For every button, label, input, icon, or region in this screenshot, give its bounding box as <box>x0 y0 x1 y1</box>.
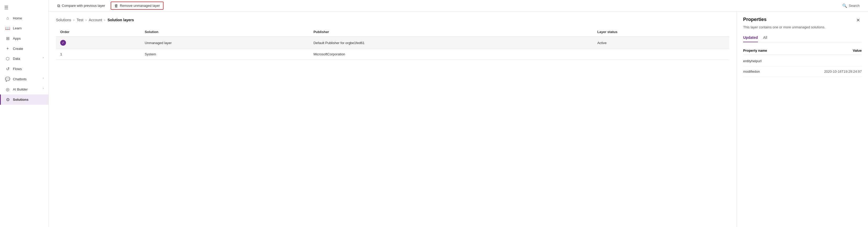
properties-tabs: UpdatedAll <box>743 33 862 42</box>
prop-value-header: Value <box>853 48 862 52</box>
properties-table-header: Property name Value <box>743 46 862 55</box>
data-chevron-icon: ˅ <box>42 57 44 60</box>
prop-name-header: Property name <box>743 48 767 52</box>
menu-icon[interactable]: ☰ <box>0 2 49 13</box>
properties-tab-all[interactable]: All <box>763 33 767 42</box>
row-1-layer-status <box>593 49 729 60</box>
breadcrumb-separator: › <box>73 18 75 22</box>
breadcrumb-current: Solution layers <box>107 18 134 22</box>
properties-rows: entityhelpurlmodifiedon2020-10-16T19:29:… <box>743 56 862 77</box>
toolbar: ⧉ Compare with previous layer 🗑 Remove u… <box>49 0 868 11</box>
learn-icon: 📖 <box>5 26 10 31</box>
sidebar-item-data[interactable]: ⬡Data˅ <box>0 53 49 64</box>
sidebar-item-label-create: Create <box>13 47 44 51</box>
sidebar-item-ai-builder[interactable]: ◎AI Builder˅ <box>0 84 49 94</box>
sidebar-item-label-chatbots: Chatbots <box>13 77 40 81</box>
col-header-solution: Solution <box>141 27 309 37</box>
breadcrumb-item-solutions[interactable]: Solutions <box>56 18 71 22</box>
table-row[interactable]: 1SystemMicrosoftCorporation <box>56 49 729 60</box>
compare-icon: ⧉ <box>57 3 60 8</box>
sidebar-item-label-learn: Learn <box>13 26 44 30</box>
sidebar-item-chatbots[interactable]: 💬Chatbots˅ <box>0 74 49 84</box>
close-properties-button[interactable]: ✕ <box>855 17 862 24</box>
flows-icon: ↺ <box>5 66 10 71</box>
property-name-0: entityhelpurl <box>743 59 762 63</box>
search-label: Search <box>849 4 860 8</box>
chatbots-icon: 💬 <box>5 77 10 82</box>
sidebar-item-label-home: Home <box>13 16 44 20</box>
row-0-layer-status: Active <box>593 37 729 49</box>
row-1-order: 1 <box>56 49 141 60</box>
ai-builder-chevron-icon: ˅ <box>42 88 44 91</box>
col-header-layer-status: Layer status <box>593 27 729 37</box>
search-bar[interactable]: 🔍 Search <box>839 2 863 9</box>
page-content: Solutions›Test›Account›Solution layers O… <box>49 11 737 227</box>
row-1-publisher: MicrosoftCorporation <box>309 49 593 60</box>
sidebar-item-home[interactable]: ⌂Home <box>0 13 49 23</box>
breadcrumb-item-test[interactable]: Test <box>76 18 83 22</box>
property-value-1: 2020-10-16T19:29:24:97 <box>824 70 862 73</box>
remove-unmanaged-button[interactable]: 🗑 Remove unmanaged layer <box>111 2 163 10</box>
sidebar: ☰ ⌂Home📖Learn⊞Apps+Create⬡Data˅↺Flows💬Ch… <box>0 0 49 227</box>
col-header-order: Order <box>56 27 141 37</box>
properties-tab-updated[interactable]: Updated <box>743 33 758 42</box>
breadcrumb-separator: › <box>104 18 105 22</box>
breadcrumb-item-account[interactable]: Account <box>89 18 102 22</box>
create-icon: + <box>5 46 10 51</box>
sidebar-item-label-flows: Flows <box>13 67 44 71</box>
col-header-publisher: Publisher <box>309 27 593 37</box>
breadcrumb: Solutions›Test›Account›Solution layers <box>56 18 729 22</box>
sidebar-item-learn[interactable]: 📖Learn <box>0 23 49 33</box>
ai-builder-icon: ◎ <box>5 87 10 92</box>
sidebar-item-solutions[interactable]: ⊙Solutions <box>0 94 49 105</box>
row-0-order: ✓ <box>56 37 141 49</box>
properties-subtitle: This layer contains one or more unmanage… <box>743 25 862 29</box>
sidebar-item-flows[interactable]: ↺Flows <box>0 64 49 74</box>
table-row[interactable]: ✓Unmanaged layerDefault Publisher for or… <box>56 37 729 49</box>
sidebar-item-create[interactable]: +Create <box>0 44 49 53</box>
row-1-solution: System <box>141 49 309 60</box>
sidebar-item-label-apps: Apps <box>13 36 44 40</box>
row-0-solution: Unmanaged layer <box>141 37 309 49</box>
remove-button-label: Remove unmanaged layer <box>120 4 160 8</box>
solutions-icon: ⊙ <box>5 97 10 102</box>
property-name-1: modifiedon <box>743 70 760 73</box>
selected-check-circle: ✓ <box>60 40 66 46</box>
chatbots-chevron-icon: ˅ <box>42 77 44 81</box>
row-0-publisher: Default Publisher for orgbe1fed61 <box>309 37 593 49</box>
data-icon: ⬡ <box>5 56 10 61</box>
compare-button-label: Compare with previous layer <box>62 4 105 8</box>
remove-icon: 🗑 <box>114 3 118 8</box>
main-area: ⧉ Compare with previous layer 🗑 Remove u… <box>49 0 868 227</box>
properties-header: Properties ✕ <box>743 17 862 24</box>
home-icon: ⌂ <box>5 16 10 21</box>
property-row-1: modifiedon2020-10-16T19:29:24:97 <box>743 66 862 77</box>
breadcrumb-separator: › <box>86 18 87 22</box>
content-area: Solutions›Test›Account›Solution layers O… <box>49 11 868 227</box>
sidebar-item-label-data: Data <box>13 57 40 61</box>
property-row-0: entityhelpurl <box>743 56 862 66</box>
sidebar-item-label-ai-builder: AI Builder <box>13 87 40 91</box>
properties-title: Properties <box>743 17 767 22</box>
apps-icon: ⊞ <box>5 36 10 41</box>
sidebar-item-label-solutions: Solutions <box>13 98 44 102</box>
compare-button[interactable]: ⧉ Compare with previous layer <box>54 2 108 10</box>
properties-panel: Properties ✕ This layer contains one or … <box>737 11 868 227</box>
search-icon: 🔍 <box>842 3 847 8</box>
solution-layers-table: OrderSolutionPublisherLayer status ✓Unma… <box>56 27 729 60</box>
sidebar-item-apps[interactable]: ⊞Apps <box>0 33 49 44</box>
